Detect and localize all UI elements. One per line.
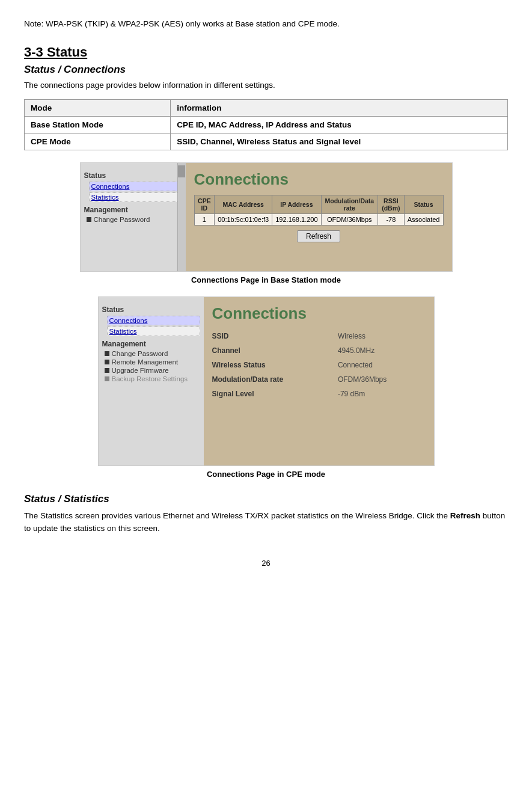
base-station-screenshot: Status Connections Statistics Management… (80, 162, 453, 272)
cpe-connections-link[interactable]: Connections (107, 316, 200, 325)
statistics-subtitle: Status / Statistics (24, 493, 508, 505)
base-station-mode-label: Base Station Mode (25, 117, 171, 133)
scrollbar[interactable] (177, 163, 186, 271)
col-modulation: Modulation/Data rate (321, 195, 378, 214)
mode-table: Mode information Base Station Mode CPE I… (24, 99, 508, 150)
col-ip-address: IP Address (272, 195, 321, 214)
ssid-value: Wireless (335, 329, 426, 343)
channel-value: 4945.0MHz (335, 343, 426, 358)
cpe-statistics-link[interactable]: Statistics (107, 327, 200, 336)
signal-level-value: -79 dBm (335, 387, 426, 401)
scrollbar-thumb[interactable] (178, 165, 185, 177)
channel-label: Channel (212, 343, 335, 358)
bullet-icon (105, 376, 109, 381)
refresh-row: Refresh (194, 230, 444, 242)
col-mac-address: MAC Address (215, 195, 272, 214)
mode-header: Mode (25, 100, 171, 117)
connections-subtitle: Status / Connections (24, 64, 508, 76)
bullet-icon (105, 351, 109, 356)
cell-mac-address: 00:1b:5c:01:0e:f3 (215, 214, 272, 226)
cpe-remote-management-label: Remote Management (112, 358, 179, 366)
cpe-screenshot: Status Connections Statistics Management… (98, 296, 435, 466)
cell-modulation: OFDM/36Mbps (321, 214, 378, 226)
bullet-icon (87, 217, 91, 222)
note-text: Note: WPA-PSK (TKIP) & WPA2-PSK (AES) on… (24, 18, 508, 30)
ssid-label: SSID (212, 329, 335, 343)
col-rssi: RSSI (dBm) (378, 195, 405, 214)
cpe-main-panel: Connections SSID Wireless Channel 4945.0… (204, 297, 434, 465)
sidebar-management-label: Management (84, 206, 182, 214)
cpe-backup-restore-label: Backup Restore Settings (112, 375, 188, 382)
cell-ip-address: 192.168.1.200 (272, 214, 321, 226)
base-station-sidebar: Status Connections Statistics Management… (81, 163, 186, 271)
modulation-value: OFDM/36Mbps (335, 372, 426, 387)
cpe-caption: Connections Page in CPE mode (24, 470, 508, 479)
bullet-icon (105, 360, 109, 364)
cell-rssi: -78 (378, 214, 405, 226)
info-header: information (171, 100, 508, 117)
intro-text: The connections page provides below info… (24, 81, 508, 90)
cpe-remote-management[interactable]: Remote Management (105, 358, 200, 366)
refresh-bold: Refresh (450, 511, 480, 520)
signal-level-label: Signal Level (212, 387, 335, 401)
cpe-backup-restore[interactable]: Backup Restore Settings (105, 375, 200, 382)
base-station-caption: Connections Page in Base Station mode (24, 275, 508, 284)
cpe-info-table: SSID Wireless Channel 4945.0MHz Wireless… (212, 329, 426, 401)
col-cpe-id: CPE ID (194, 195, 215, 214)
cpe-change-password[interactable]: Change Password (105, 350, 200, 357)
cpe-upgrade-firmware-label: Upgrade Firmware (112, 367, 169, 374)
wireless-status-value: Connected (335, 358, 426, 372)
cell-cpe-id: 1 (194, 214, 215, 226)
change-password-label: Change Password (94, 216, 150, 223)
cpe-sidebar-status-label: Status (102, 305, 200, 314)
sidebar-change-password[interactable]: Change Password (87, 216, 182, 223)
col-status: Status (404, 195, 443, 214)
sidebar-connections-link[interactable]: Connections (89, 182, 182, 191)
modulation-label: Modulation/Data rate (212, 372, 335, 387)
wireless-status-label: Wireless Status (212, 358, 335, 372)
cpe-upgrade-firmware[interactable]: Upgrade Firmware (105, 367, 200, 374)
connections-table: CPE ID MAC Address IP Address Modulation… (194, 195, 444, 226)
cpe-mode-label: CPE Mode (25, 133, 171, 150)
cpe-mode-info: SSID, Channel, Wireless Status and Signa… (171, 133, 508, 150)
base-station-mode-info: CPE ID, MAC Address, IP Address and Stat… (171, 117, 508, 133)
cell-status: Associated (404, 214, 443, 226)
sidebar-status-label: Status (84, 171, 182, 180)
cpe-change-password-label: Change Password (112, 350, 168, 357)
statistics-text: The Statistics screen provides various E… (24, 510, 508, 535)
section-title: 3-3 Status (24, 44, 508, 60)
bullet-icon (105, 368, 109, 373)
cpe-connections-title: Connections (212, 304, 426, 323)
cpe-management-label: Management (102, 340, 200, 348)
base-station-main-panel: Connections CPE ID MAC Address IP Addres… (186, 163, 452, 271)
refresh-button[interactable]: Refresh (297, 230, 340, 242)
connections-title: Connections (194, 170, 444, 189)
page-number: 26 (24, 559, 508, 568)
sidebar-statistics-link[interactable]: Statistics (89, 192, 182, 202)
cpe-sidebar: Status Connections Statistics Management… (99, 297, 204, 465)
